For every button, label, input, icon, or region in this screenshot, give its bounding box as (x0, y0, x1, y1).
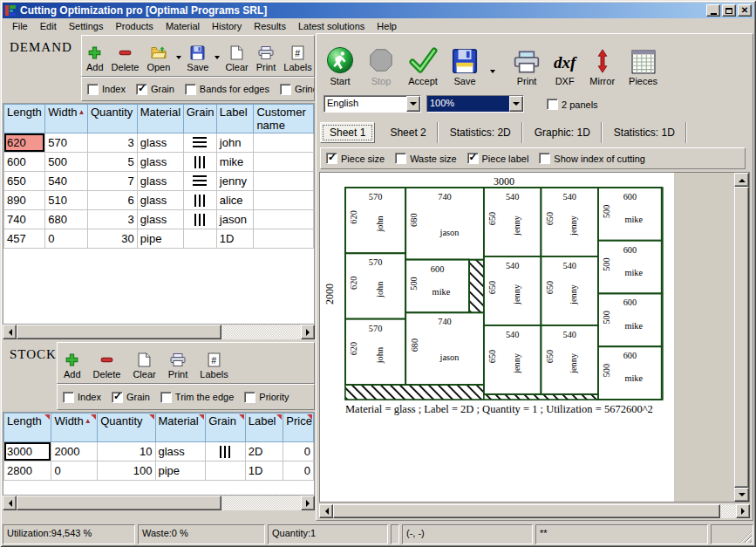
delete-button[interactable]: Delete (91, 351, 124, 381)
diagram-horizontal-scrollbar[interactable] (319, 504, 750, 518)
cell[interactable]: 890 (4, 191, 45, 210)
tab-sheet-2[interactable]: Sheet 2 (379, 122, 437, 143)
cell[interactable]: 1D (216, 229, 254, 249)
clear-button[interactable]: Clear (222, 44, 250, 74)
scroll-right-button[interactable] (301, 496, 315, 510)
column-header-length[interactable]: Length (4, 414, 51, 442)
menu-results[interactable]: Results (248, 20, 292, 32)
language-select[interactable]: English (324, 95, 421, 113)
stop-button[interactable]: Stop (365, 44, 397, 88)
demand-checkbox-grinding[interactable]: Grinding (280, 84, 315, 95)
cell[interactable]: 3000 (4, 442, 51, 462)
add-button[interactable]: Add (84, 44, 106, 74)
dxf-button[interactable]: dxf DXF (551, 50, 578, 88)
open-dropdown-chevron-icon[interactable] (176, 56, 181, 62)
zoom-select[interactable]: 100% (426, 95, 524, 113)
menu-latest-solutions[interactable]: Latest solutions (292, 20, 371, 32)
cell[interactable]: jason (216, 210, 254, 229)
cell[interactable]: 620 (4, 133, 45, 153)
title-bar[interactable]: Cutting Optimization pro [Optimal Progra… (3, 3, 753, 18)
column-header-grain[interactable]: Grain (183, 105, 216, 133)
cell[interactable]: jenny (216, 172, 254, 191)
cell[interactable] (183, 191, 216, 210)
column-header-material[interactable]: Material (137, 105, 183, 133)
stock-checkbox-index[interactable]: Index (63, 392, 101, 403)
scroll-right-button[interactable] (301, 325, 315, 339)
tab-graphic-1d[interactable]: Graphic: 1D (524, 122, 602, 143)
cell[interactable]: pipe (137, 229, 183, 249)
menu-edit[interactable]: Edit (34, 20, 63, 32)
column-header-width[interactable]: Width▲ (45, 105, 88, 133)
cell[interactable]: 457 (4, 229, 45, 249)
delete-button[interactable]: Delete (109, 44, 142, 74)
cell[interactable]: 570 (45, 133, 88, 153)
cell[interactable] (254, 172, 314, 191)
cell[interactable]: 100 (98, 462, 155, 481)
cell[interactable]: 0 (283, 442, 314, 462)
cell[interactable] (254, 133, 314, 153)
scrollbar-track[interactable] (333, 504, 736, 518)
open-button[interactable]: Open (144, 44, 173, 74)
save-dropdown-chevron-icon[interactable] (490, 70, 495, 76)
cell[interactable]: 1D (245, 462, 283, 481)
column-header-grain[interactable]: Grain (206, 414, 246, 442)
stock-horizontal-scrollbar[interactable] (3, 496, 315, 510)
column-header-quantity[interactable]: Quantity (98, 414, 155, 442)
two-panels-checkbox[interactable]: 2 panels (547, 99, 598, 110)
start-button[interactable]: Start (324, 44, 357, 88)
cell[interactable]: 6 (87, 191, 137, 210)
cell[interactable]: john (216, 133, 254, 153)
column-header-label[interactable]: Label (245, 414, 283, 442)
scrollbar-thumb[interactable] (333, 504, 720, 518)
cell[interactable]: glass (137, 210, 183, 229)
labels-button[interactable]: # Labels (281, 44, 314, 74)
scroll-left-button[interactable] (319, 504, 333, 518)
column-header-customer-name[interactable]: Customer name (254, 105, 314, 133)
tab-statistics-2d[interactable]: Statistics: 2D (439, 122, 522, 143)
cell[interactable] (183, 229, 216, 249)
cell[interactable]: glass (137, 172, 183, 191)
cell[interactable]: 600 (4, 153, 45, 172)
scrollbar-thumb[interactable] (734, 187, 749, 488)
cell[interactable]: 510 (45, 191, 88, 210)
cell[interactable]: 0 (283, 462, 314, 481)
cell[interactable] (254, 210, 314, 229)
scrollbar-track[interactable] (17, 325, 301, 339)
cell[interactable]: 10 (98, 442, 155, 462)
cell[interactable] (183, 210, 216, 229)
cell[interactable]: 0 (45, 229, 88, 249)
cell[interactable]: 7 (87, 172, 137, 191)
menu-products[interactable]: Products (109, 20, 159, 32)
scroll-down-button[interactable] (734, 488, 749, 502)
menu-help[interactable]: Help (371, 20, 403, 32)
column-header-price[interactable]: Price (283, 414, 314, 442)
print-button[interactable]: Print (511, 48, 542, 88)
labels-button[interactable]: # Labels (197, 351, 230, 381)
cell[interactable]: 2000 (51, 442, 98, 462)
column-header-length[interactable]: Length (4, 105, 45, 133)
save-button[interactable]: Save (449, 46, 480, 88)
cell[interactable]: 3 (87, 133, 137, 153)
stock-checkbox-priority[interactable]: Priority (244, 392, 289, 403)
cell[interactable]: glass (137, 133, 183, 153)
cell[interactable] (206, 462, 246, 481)
stock-checkbox-trim-the-edge[interactable]: Trim the edge (160, 392, 234, 403)
dropdown-button[interactable] (406, 96, 420, 112)
column-header-quantity[interactable]: Quantity (87, 105, 137, 133)
demand-checkbox-grain[interactable]: Grain (136, 84, 174, 95)
view-checkbox-waste-size[interactable]: Waste size (395, 153, 456, 164)
scroll-up-button[interactable] (734, 173, 749, 187)
cell[interactable]: 3 (87, 210, 137, 229)
resize-grip[interactable] (740, 531, 752, 543)
scrollbar-thumb[interactable] (17, 325, 221, 339)
diagram-vertical-scrollbar[interactable] (734, 173, 749, 502)
minimize-button[interactable] (706, 4, 720, 17)
cell[interactable]: 2D (245, 442, 283, 462)
maximize-button[interactable] (722, 4, 736, 17)
add-button[interactable]: Add (61, 351, 84, 381)
cell[interactable]: 5 (87, 153, 137, 172)
demand-checkbox-index[interactable]: Index (87, 84, 126, 95)
cell[interactable]: pipe (155, 462, 206, 481)
demand-checkbox-bands-for-edges[interactable]: Bands for edges (185, 84, 269, 95)
print-button[interactable]: Print (254, 44, 279, 74)
